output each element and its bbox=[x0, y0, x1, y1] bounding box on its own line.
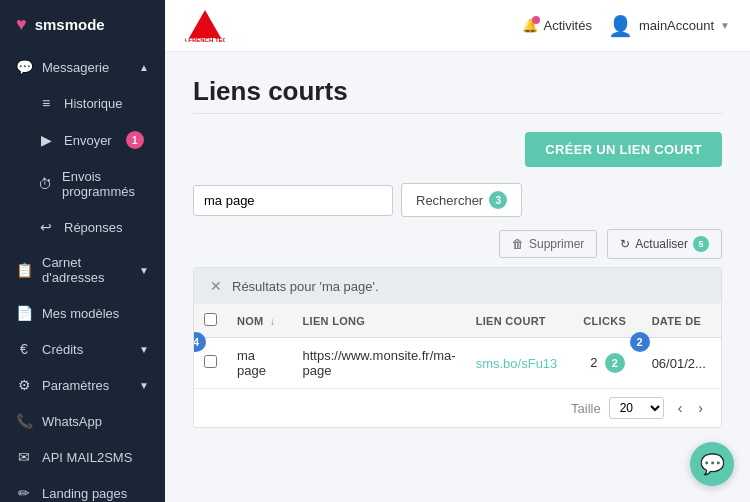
notification-dot bbox=[532, 16, 540, 24]
th-nom[interactable]: NOM ↓ bbox=[227, 304, 293, 338]
sidebar-item-parametres[interactable]: ⚙ Paramètres ▼ bbox=[0, 367, 165, 403]
row-checkbox[interactable] bbox=[204, 355, 217, 368]
sidebar-logo-label: smsmode bbox=[35, 16, 105, 33]
refresh-icon: ↻ bbox=[620, 237, 630, 251]
refresh-label: Actualiser bbox=[635, 237, 688, 251]
next-page-button[interactable]: › bbox=[692, 398, 709, 418]
sidebar-item-whatsapp[interactable]: 📞 WhatsApp bbox=[0, 403, 165, 439]
sidebar-item-label: Crédits bbox=[42, 342, 83, 357]
create-lien-court-button[interactable]: CRÉER UN LIEN COURT bbox=[525, 132, 722, 167]
chevron-down-icon: ▼ bbox=[139, 265, 149, 276]
chat-bubble-button[interactable]: 💬 bbox=[690, 442, 734, 486]
clock-icon: ⏱ bbox=[38, 176, 52, 192]
gear-icon: ⚙ bbox=[16, 377, 32, 393]
th-date-label: DATE DE bbox=[652, 315, 702, 327]
trash-icon: 🗑 bbox=[512, 237, 524, 251]
sidebar-item-mes-modeles[interactable]: 📄 Mes modèles bbox=[0, 295, 165, 331]
sidebar-item-reponses[interactable]: ↩ Réponses bbox=[0, 209, 165, 245]
annotation-2: 2 bbox=[630, 332, 650, 352]
th-clicks: CLICKS bbox=[573, 304, 641, 338]
sidebar-item-label: Messagerie bbox=[42, 60, 109, 75]
sidebar-item-label: Réponses bbox=[64, 220, 123, 235]
title-divider bbox=[193, 113, 722, 114]
sidebar-item-label: Paramètres bbox=[42, 378, 109, 393]
sidebar-item-label: Historique bbox=[64, 96, 123, 111]
sidebar-item-envoyer[interactable]: ▶ Envoyer 1 bbox=[0, 121, 165, 159]
taille-label: Taille bbox=[571, 401, 601, 416]
page-title: Liens courts bbox=[193, 76, 722, 107]
create-button-row: CRÉER UN LIEN COURT bbox=[193, 132, 722, 167]
sidebar-item-envois-programmes[interactable]: ⏱ Envois programmés bbox=[0, 159, 165, 209]
sidebar-item-credits[interactable]: € Crédits ▼ bbox=[0, 331, 165, 367]
user-avatar-icon: 👤 bbox=[608, 14, 633, 38]
row-date: 06/01/2... bbox=[652, 356, 706, 371]
th-lien-court: LIEN COURT bbox=[466, 304, 574, 338]
chevron-down-icon: ▼ bbox=[720, 20, 730, 31]
sidebar-item-label: Envois programmés bbox=[62, 169, 149, 199]
user-label: mainAccount bbox=[639, 18, 714, 33]
sidebar-item-carnet-adresses[interactable]: 📋 Carnet d'adresses ▼ bbox=[0, 245, 165, 295]
send-icon: ▶ bbox=[38, 132, 54, 148]
select-all-checkbox[interactable] bbox=[204, 313, 217, 326]
sidebar-item-label: Landing pages bbox=[42, 486, 127, 501]
sidebar-item-messagerie[interactable]: 💬 Messagerie ▲ bbox=[0, 49, 165, 85]
delete-label: Supprimer bbox=[529, 237, 584, 251]
refresh-badge: 5 bbox=[693, 236, 709, 252]
user-menu[interactable]: 👤 mainAccount ▼ bbox=[608, 14, 730, 38]
chevron-up-icon: ▲ bbox=[139, 62, 149, 73]
row-clicks-count: 2 bbox=[590, 355, 597, 370]
data-table: NOM ↓ LIEN LONG LIEN COURT CLICKS bbox=[194, 304, 721, 388]
sidebar-item-api-mail2sms[interactable]: ✉ API MAIL2SMS bbox=[0, 439, 165, 475]
search-row: Rechercher 3 bbox=[193, 183, 722, 217]
th-lien-court-label: LIEN COURT bbox=[476, 315, 546, 327]
sidebar-item-label: Mes modèles bbox=[42, 306, 119, 321]
search-input[interactable] bbox=[193, 185, 393, 216]
activities-label: Activités bbox=[544, 18, 592, 33]
reply-icon: ↩ bbox=[38, 219, 54, 235]
th-lien-long-label: LIEN LONG bbox=[303, 315, 366, 327]
mail-icon: ✉ bbox=[16, 449, 32, 465]
sidebar: ♥ smsmode 💬 Messagerie ▲ ≡ Historique ▶ … bbox=[0, 0, 165, 502]
taille-select[interactable]: 20 50 100 bbox=[609, 397, 664, 419]
search-button-label: Rechercher bbox=[416, 193, 483, 208]
td-lien-court: sms.bo/sFu13 bbox=[466, 338, 574, 389]
th-lien-long: LIEN LONG bbox=[293, 304, 466, 338]
row-lien-court[interactable]: sms.bo/sFu13 bbox=[476, 356, 558, 371]
clicks-badge: 2 bbox=[605, 353, 625, 373]
table-container: ✕ Résultats pour 'ma page'. NOM ↓ L bbox=[193, 267, 722, 428]
sidebar-item-historique[interactable]: ≡ Historique bbox=[0, 85, 165, 121]
book-icon: 📋 bbox=[16, 262, 32, 278]
chat-bubble-icon: 💬 bbox=[700, 452, 725, 476]
close-results-icon[interactable]: ✕ bbox=[210, 278, 222, 294]
sort-arrow-icon: ↓ bbox=[270, 316, 275, 327]
search-badge: 3 bbox=[489, 191, 507, 209]
list-icon: ≡ bbox=[38, 95, 54, 111]
page-content: Liens courts CRÉER UN LIEN COURT Recherc… bbox=[165, 52, 750, 502]
chevron-down-icon: ▼ bbox=[139, 344, 149, 355]
prev-page-button[interactable]: ‹ bbox=[672, 398, 689, 418]
chevron-down-icon: ▼ bbox=[139, 380, 149, 391]
td-lien-long: https://www.monsite.fr/ma-page bbox=[293, 338, 466, 389]
french-tech-logo: LA FRENCH TECH bbox=[185, 6, 225, 46]
th-clicks-label: CLICKS bbox=[583, 315, 626, 327]
results-text: Résultats pour 'ma page'. bbox=[232, 279, 379, 294]
header: LA FRENCH TECH 🔔 Activités 👤 mainAccount… bbox=[165, 0, 750, 52]
main-content: LA FRENCH TECH 🔔 Activités 👤 mainAccount… bbox=[165, 0, 750, 502]
refresh-button[interactable]: ↻ Actualiser 5 bbox=[607, 229, 722, 259]
page-icon: ✏ bbox=[16, 485, 32, 501]
smsmode-logo-icon: ♥ bbox=[16, 14, 27, 35]
td-nom: ma page bbox=[227, 338, 293, 389]
activities-button[interactable]: 🔔 Activités bbox=[522, 18, 592, 33]
th-date: DATE DE bbox=[642, 304, 721, 338]
sidebar-item-label: WhatsApp bbox=[42, 414, 102, 429]
file-icon: 📄 bbox=[16, 305, 32, 321]
search-button[interactable]: Rechercher 3 bbox=[401, 183, 522, 217]
chat-icon: 💬 bbox=[16, 59, 32, 75]
td-date: 06/01/2... bbox=[642, 338, 721, 389]
row-nom: ma page bbox=[237, 348, 266, 378]
envoyer-badge: 1 bbox=[126, 131, 144, 149]
bell-icon: 🔔 bbox=[522, 18, 538, 33]
delete-button[interactable]: 🗑 Supprimer bbox=[499, 230, 597, 258]
row-lien-long: https://www.monsite.fr/ma-page bbox=[303, 348, 456, 378]
sidebar-item-landing-pages[interactable]: ✏ Landing pages bbox=[0, 475, 165, 502]
